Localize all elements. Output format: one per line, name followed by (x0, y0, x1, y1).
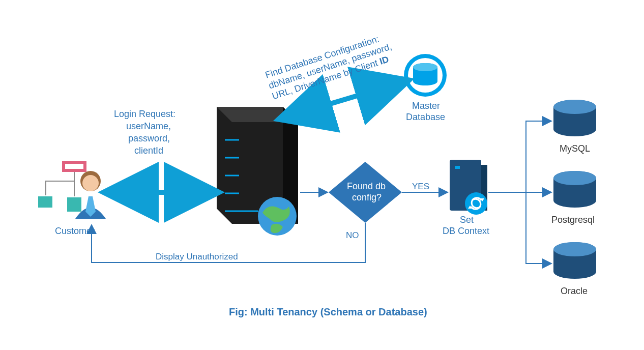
no-label: NO (346, 230, 359, 240)
master-db-label-1: Master (412, 101, 440, 111)
svg-rect-2 (67, 197, 81, 212)
customer-icon (38, 161, 106, 219)
svg-point-19 (465, 192, 487, 215)
svg-rect-18 (455, 166, 460, 169)
decision-text-1: Found db (347, 181, 386, 191)
oracle-db-icon (553, 242, 596, 279)
svg-point-15 (413, 63, 437, 71)
svg-point-25 (553, 242, 596, 256)
set-ctx-label-2: DB Context (443, 226, 489, 236)
svg-point-23 (553, 171, 596, 185)
login-text-4: clientId (134, 145, 163, 156)
postgresql-label: Postgresql (551, 215, 595, 225)
unauth-label: Display Unauthorized (156, 252, 238, 261)
login-text-2: userName, (126, 121, 171, 131)
svg-point-21 (553, 100, 596, 114)
master-db-label-2: Database (406, 112, 445, 122)
oracle-label: Oracle (561, 286, 588, 296)
set-db-context-icon (450, 160, 487, 215)
svg-rect-3 (38, 196, 52, 208)
decision-text-2: config? (352, 192, 382, 202)
set-ctx-label-1: Set (460, 215, 474, 225)
mysql-db-icon (553, 100, 596, 136)
yes-label: YES (412, 182, 429, 191)
customer-label: Customer (55, 226, 95, 236)
figure-caption: Fig: Multi Tenancy (Schema or Database) (229, 306, 427, 317)
login-text-1: Login Request: (114, 109, 175, 119)
svg-rect-1 (65, 164, 83, 169)
svg-point-5 (82, 175, 99, 191)
master-db-icon (404, 54, 447, 97)
postgresql-db-icon (553, 171, 596, 208)
server-icon (217, 107, 298, 236)
mysql-label: MySQL (560, 143, 590, 154)
login-text-3: password, (128, 133, 170, 143)
edge-to-oracle (526, 192, 550, 264)
edge-to-mysql (526, 121, 550, 192)
